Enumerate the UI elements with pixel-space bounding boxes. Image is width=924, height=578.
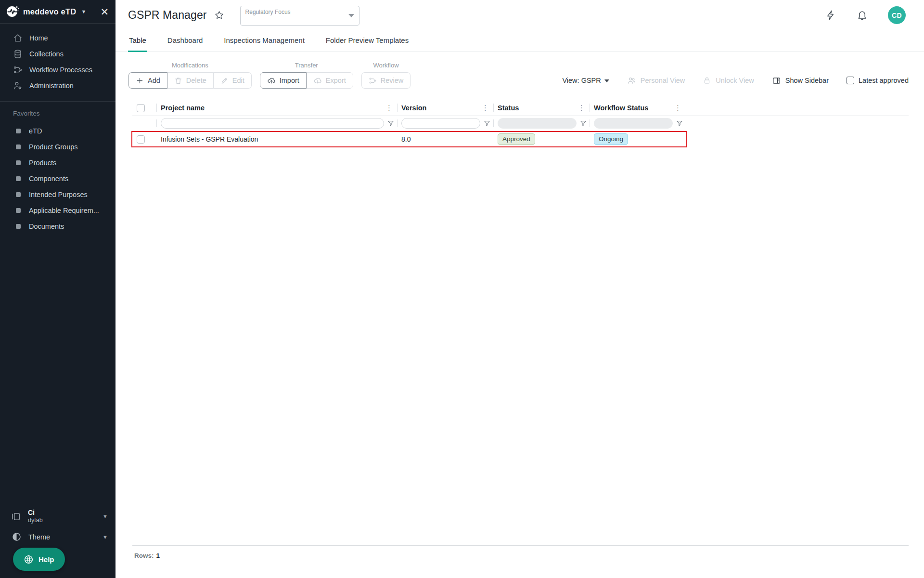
- latest-approved-checkbox[interactable]: [847, 77, 854, 84]
- sidebar-panel-icon: [772, 76, 781, 85]
- header-icons: CD: [825, 6, 906, 24]
- favorite-item-applicable-requirements[interactable]: Applicable Requirem...: [0, 202, 116, 218]
- chevron-down-icon[interactable]: ▼: [103, 534, 108, 540]
- tab-table[interactable]: Table: [128, 30, 147, 52]
- pencil-icon: [220, 77, 229, 85]
- edit-button[interactable]: Edit: [213, 72, 252, 89]
- cloud-upload-icon: [267, 76, 276, 85]
- sidebar-header: meddevo eTD ▼ ✕: [0, 0, 116, 24]
- toolbar-right: View: GSPR Personal View Unlock View Sho…: [562, 72, 909, 89]
- favorite-item-components[interactable]: Components: [0, 171, 116, 186]
- column-menu-icon[interactable]: ⋮: [578, 104, 590, 112]
- chevron-down-icon[interactable]: ▼: [103, 513, 108, 519]
- rows-count: 1: [156, 552, 160, 559]
- tab-dashboard[interactable]: Dashboard: [167, 30, 204, 52]
- column-title: Workflow Status: [594, 104, 648, 112]
- sidebar-nav: Home Collections Workflow Processes Admi…: [0, 24, 116, 98]
- import-label: Import: [280, 77, 299, 84]
- favorite-item-label: Intended Purposes: [29, 191, 88, 198]
- sidebar-item-label: Workflow Processes: [29, 66, 92, 74]
- workflow-status-filter-input: [594, 118, 673, 129]
- home-icon: [13, 33, 23, 43]
- column-header-workflow-status[interactable]: Workflow Status ⋮: [590, 100, 686, 116]
- user-avatar[interactable]: CD: [888, 6, 906, 24]
- column-header-version[interactable]: Version ⋮: [397, 100, 493, 116]
- select-all-checkbox[interactable]: [137, 104, 145, 112]
- filter-funnel-icon[interactable]: [676, 120, 683, 127]
- administration-icon: [13, 81, 23, 91]
- cell-workflow-status[interactable]: Ongoing: [590, 132, 684, 146]
- sidebar-item-workflow-processes[interactable]: Workflow Processes: [0, 62, 116, 78]
- brand-caret-icon[interactable]: ▼: [81, 9, 86, 14]
- personal-view-button[interactable]: Personal View: [627, 76, 685, 85]
- quick-actions-icon[interactable]: [825, 10, 836, 21]
- square-icon: [16, 176, 21, 181]
- favorite-item-etd[interactable]: eTD: [0, 123, 116, 139]
- favorite-item-intended-purposes[interactable]: Intended Purposes: [0, 186, 116, 202]
- show-sidebar-label: Show Sidebar: [785, 77, 829, 84]
- help-button[interactable]: Help: [13, 548, 65, 571]
- column-menu-icon[interactable]: ⋮: [674, 104, 686, 112]
- unlock-view-button[interactable]: Unlock View: [703, 76, 754, 85]
- column-title: Status: [498, 104, 519, 112]
- show-sidebar-button[interactable]: Show Sidebar: [772, 76, 829, 85]
- column-header-empty: [686, 100, 909, 116]
- filter-funnel-icon[interactable]: [387, 120, 394, 127]
- workspace-selector[interactable]: Ci dytab ▼: [0, 506, 116, 527]
- table-row-highlighted[interactable]: Infusion Sets - GSPR Evaluation 8.0 Appr…: [131, 131, 687, 147]
- chevron-down-icon: [348, 14, 354, 17]
- grid-header-row: Project name ⋮ Version ⋮ Status ⋮ Workfl…: [132, 100, 909, 116]
- tab-folder-preview-templates[interactable]: Folder Preview Templates: [325, 30, 410, 52]
- favorites-list: eTD Product Groups Products Components I…: [0, 123, 116, 234]
- delete-button[interactable]: Delete: [167, 72, 214, 89]
- brand-name[interactable]: meddevo eTD: [23, 7, 76, 16]
- sidebar-item-home[interactable]: Home: [0, 30, 116, 46]
- table-footer: Rows:1: [132, 545, 909, 559]
- favorite-item-products[interactable]: Products: [0, 155, 116, 171]
- version-filter-input[interactable]: [401, 118, 480, 129]
- row-checkbox[interactable]: [137, 135, 145, 144]
- filter-funnel-icon[interactable]: [484, 120, 490, 127]
- collections-icon: [13, 49, 23, 59]
- favorite-item-product-groups[interactable]: Product Groups: [0, 139, 116, 155]
- plus-icon: [136, 77, 144, 85]
- export-button[interactable]: Export: [306, 72, 353, 89]
- group-label: Modifications: [172, 62, 208, 69]
- sidebar-item-administration[interactable]: Administration: [0, 78, 116, 93]
- people-icon: [627, 76, 636, 85]
- column-header-status[interactable]: Status ⋮: [493, 100, 590, 116]
- notifications-bell-icon[interactable]: [857, 10, 868, 21]
- status-badge: Approved: [498, 133, 535, 145]
- cell-version[interactable]: 8.0: [397, 132, 493, 146]
- import-button[interactable]: Import: [260, 72, 307, 89]
- filter-cell-trailing: [686, 116, 909, 131]
- cell-project-name[interactable]: Infusion Sets - GSPR Evaluation: [156, 132, 397, 146]
- tab-inspections-management[interactable]: Inspections Management: [223, 30, 306, 52]
- help-label: Help: [38, 555, 54, 564]
- cell-status[interactable]: Approved: [493, 132, 590, 146]
- review-button[interactable]: Review: [361, 72, 411, 89]
- sidebar-item-label: Administration: [29, 82, 74, 90]
- theme-selector[interactable]: Theme ▼: [0, 527, 116, 546]
- toolbar-group-transfer: Transfer Import Export: [260, 62, 353, 89]
- add-button[interactable]: Add: [128, 72, 167, 89]
- close-sidebar-icon[interactable]: ✕: [100, 7, 109, 17]
- data-grid: Project name ⋮ Version ⋮ Status ⋮ Workfl…: [132, 100, 909, 147]
- workflow-icon: [369, 77, 377, 85]
- favorite-item-label: Products: [29, 159, 56, 167]
- filter-funnel-icon[interactable]: [580, 120, 587, 127]
- column-header-project-name[interactable]: Project name ⋮: [156, 100, 397, 116]
- favorite-item-documents[interactable]: Documents: [0, 218, 116, 234]
- column-menu-icon[interactable]: ⋮: [482, 104, 493, 112]
- view-selector[interactable]: View: GSPR: [562, 77, 609, 84]
- favorite-item-label: Documents: [29, 223, 64, 230]
- regulatory-focus-select[interactable]: Regulatory Focus: [240, 6, 359, 26]
- view-selector-label: View: GSPR: [562, 77, 601, 84]
- latest-approved-toggle[interactable]: Latest approved: [847, 77, 909, 84]
- project-name-filter-input[interactable]: [161, 118, 384, 129]
- favorite-star-icon[interactable]: [214, 10, 224, 20]
- square-icon: [16, 160, 21, 165]
- grid-filter-row: [132, 116, 909, 131]
- column-menu-icon[interactable]: ⋮: [385, 104, 397, 112]
- sidebar-item-collections[interactable]: Collections: [0, 46, 116, 62]
